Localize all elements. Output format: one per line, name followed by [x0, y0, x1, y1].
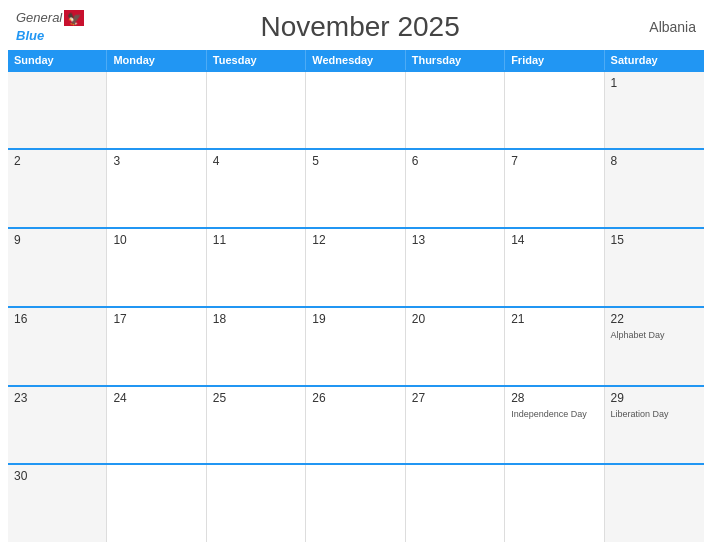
days-header: Sunday Monday Tuesday Wednesday Thursday…: [8, 50, 704, 70]
cell-w5-sat: 29 Liberation Day: [605, 387, 704, 464]
logo: General 🦅 Blue: [16, 10, 84, 44]
svg-text:🦅: 🦅: [67, 11, 82, 26]
logo-general-text: General: [16, 11, 62, 25]
cell-w6-sat: [605, 465, 704, 542]
cell-w5-wed: 26: [306, 387, 405, 464]
cell-w6-fri: [505, 465, 604, 542]
header-thursday: Thursday: [406, 50, 505, 70]
cell-w5-tue: 25: [207, 387, 306, 464]
cell-w5-fri: 28 Independence Day: [505, 387, 604, 464]
week-row-5: 23 24 25 26 27 28 Independence Day 29 Li…: [8, 385, 704, 464]
cell-w2-thu: 6: [406, 150, 505, 227]
cell-w3-tue: 11: [207, 229, 306, 306]
cell-w4-sat: 22 Alphabet Day: [605, 308, 704, 385]
cell-w1-mon: [107, 72, 206, 149]
cell-w4-thu: 20: [406, 308, 505, 385]
cell-w4-mon: 17: [107, 308, 206, 385]
cell-w4-sun: 16: [8, 308, 107, 385]
cell-w4-wed: 19: [306, 308, 405, 385]
header-saturday: Saturday: [605, 50, 704, 70]
cell-w4-tue: 18: [207, 308, 306, 385]
cell-w5-mon: 24: [107, 387, 206, 464]
cell-w6-wed: [306, 465, 405, 542]
cell-w2-tue: 4: [207, 150, 306, 227]
cell-w2-sat: 8: [605, 150, 704, 227]
cell-w3-thu: 13: [406, 229, 505, 306]
cell-w4-fri: 21: [505, 308, 604, 385]
logo-flag-icon: 🦅: [64, 10, 84, 26]
header-wednesday: Wednesday: [306, 50, 405, 70]
cell-w3-fri: 14: [505, 229, 604, 306]
header-tuesday: Tuesday: [207, 50, 306, 70]
cell-w1-sat: 1: [605, 72, 704, 149]
cell-w1-wed: [306, 72, 405, 149]
cell-w1-thu: [406, 72, 505, 149]
header-friday: Friday: [505, 50, 604, 70]
logo-blue-text: Blue: [16, 28, 44, 43]
calendar-grid: Sunday Monday Tuesday Wednesday Thursday…: [0, 50, 712, 550]
liberation-day-event: Liberation Day: [611, 409, 669, 419]
week-row-4: 16 17 18 19 20 21 22 Alphabet Day: [8, 306, 704, 385]
alphabet-day-event: Alphabet Day: [611, 330, 665, 340]
calendar-header: General 🦅 Blue November 2025 Albania: [0, 0, 712, 50]
calendar-title: November 2025: [84, 11, 636, 43]
cell-w3-sat: 15: [605, 229, 704, 306]
week-row-3: 9 10 11 12 13 14 15: [8, 227, 704, 306]
cell-w5-sun: 23: [8, 387, 107, 464]
cell-w6-thu: [406, 465, 505, 542]
weeks-container: 1 2 3 4 5 6 7 8 9 10 11 12 13 14 15 16 1…: [8, 70, 704, 542]
cell-w3-wed: 12: [306, 229, 405, 306]
cell-w3-mon: 10: [107, 229, 206, 306]
country-name: Albania: [636, 19, 696, 35]
cell-w2-sun: 2: [8, 150, 107, 227]
week-row-6: 30: [8, 463, 704, 542]
cell-w6-mon: [107, 465, 206, 542]
header-sunday: Sunday: [8, 50, 107, 70]
cell-w5-thu: 27: [406, 387, 505, 464]
independence-day-event: Independence Day: [511, 409, 587, 419]
cell-w1-tue: [207, 72, 306, 149]
cell-w6-sun: 30: [8, 465, 107, 542]
cell-w6-tue: [207, 465, 306, 542]
cell-w3-sun: 9: [8, 229, 107, 306]
header-monday: Monday: [107, 50, 206, 70]
week-row-2: 2 3 4 5 6 7 8: [8, 148, 704, 227]
cell-w1-sun: [8, 72, 107, 149]
cell-w2-mon: 3: [107, 150, 206, 227]
cell-w2-wed: 5: [306, 150, 405, 227]
cell-w2-fri: 7: [505, 150, 604, 227]
week-row-1: 1: [8, 70, 704, 149]
cell-w1-fri: [505, 72, 604, 149]
